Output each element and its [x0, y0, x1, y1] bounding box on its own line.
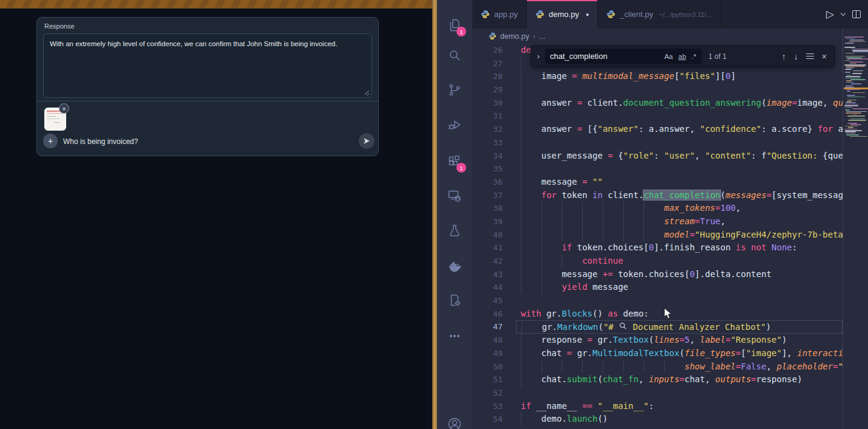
breadcrumb[interactable]: demo.py › ... [472, 29, 843, 44]
find-actions: ↑ ↓ × [782, 52, 834, 61]
minimap-line [844, 129, 857, 130]
minimap-line [846, 133, 855, 134]
minimap-line [845, 72, 850, 73]
line-number: 42 [472, 255, 516, 268]
run-dropdown-chevron-icon[interactable] [840, 12, 846, 16]
run-button[interactable]: ▷ [826, 9, 834, 19]
code-line: chat.submit(chat_fn, inputs=chat, output… [516, 373, 843, 386]
section-divider [37, 101, 378, 101]
account-icon[interactable] [447, 417, 462, 429]
response-text: With an extremely high level of confiden… [50, 40, 337, 47]
indent-guide [521, 136, 521, 149]
find-input[interactable] [545, 52, 664, 61]
search-icon[interactable] [447, 48, 462, 63]
tab-app-py[interactable]: app.py [472, 0, 527, 29]
minimap-line [847, 101, 852, 102]
line-number: 47 [472, 320, 516, 334]
remove-file-button[interactable]: × [59, 103, 69, 114]
find-in-selection-button[interactable] [806, 52, 814, 61]
minimap-line [850, 39, 864, 41]
activity-bar: 1 1 [437, 0, 472, 429]
testing-icon[interactable] [447, 224, 462, 238]
python-icon [606, 10, 615, 19]
api-tools-icon[interactable] [447, 293, 462, 307]
chat-message-text[interactable]: Who is being invoiced? [63, 137, 138, 146]
minimap-line [853, 70, 863, 72]
find-next-button[interactable]: ↓ [794, 52, 798, 61]
find-previous-button[interactable]: ↑ [782, 52, 786, 61]
indent-guide [521, 109, 521, 123]
magnifier-emoji-icon [619, 323, 628, 330]
line-number: 31 [472, 109, 516, 123]
tab-label: app.py [494, 10, 518, 19]
docker-icon[interactable] [447, 259, 462, 273]
source-control-icon[interactable] [447, 83, 462, 97]
tab-hidden-sliver[interactable] [721, 0, 738, 29]
find-expand-chevron-icon[interactable]: › [532, 52, 545, 61]
screenshot-root: { "left_app": { "response_label": "Respo… [0, 0, 868, 429]
tab-label: _client.py [620, 10, 653, 19]
code-line [516, 162, 843, 176]
more-icon[interactable] [447, 329, 462, 343]
split-editor-button[interactable] [852, 10, 861, 18]
minimap-line [845, 130, 862, 131]
regex-toggle[interactable]: .* [691, 53, 696, 60]
match-case-toggle[interactable]: Aa [664, 53, 673, 60]
resize-handle[interactable] [364, 90, 370, 95]
run-debug-icon[interactable] [447, 118, 462, 132]
vscode-window: 1 1 [437, 0, 868, 429]
code-lines[interactable]: def chat_fn(multimodal_message): image =… [516, 44, 843, 429]
explorer-badge: 1 [456, 27, 466, 36]
minimap-line [846, 38, 854, 39]
minimap-line [852, 50, 868, 51]
python-icon [535, 10, 544, 19]
remote-explorer-icon[interactable] [447, 188, 462, 203]
find-close-button[interactable]: × [822, 52, 827, 61]
send-icon [362, 137, 371, 145]
response-textarea[interactable]: With an extremely high level of confiden… [43, 33, 372, 98]
minimap-line [852, 92, 865, 94]
minimap-content [844, 35, 868, 424]
minimap-line [853, 114, 857, 115]
explorer-icon[interactable]: 1 [447, 18, 462, 33]
code-line: demo.launch() [516, 413, 843, 426]
find-results-count: 1 of 1 [708, 52, 727, 61]
minimap[interactable] [843, 29, 868, 429]
plus-icon: + [48, 136, 53, 146]
line-number: 49 [472, 347, 516, 360]
editor-actions: ▷ [826, 0, 868, 29]
code-line [516, 294, 843, 307]
minimap-line [849, 41, 866, 43]
whole-word-toggle[interactable]: ab [679, 53, 687, 60]
line-number: 54 [472, 413, 516, 426]
breadcrumb-file[interactable]: demo.py [500, 32, 529, 41]
tab-client-py[interactable]: _client.py ~/.../python3.11/... [598, 0, 721, 29]
line-number: 26 [472, 44, 516, 57]
code-line: continue [516, 255, 843, 268]
minimap-line [852, 108, 868, 109]
line-number: 33 [472, 136, 516, 149]
line-number: 29 [472, 83, 516, 97]
minimap-line [846, 66, 865, 67]
minimap-line [846, 89, 860, 91]
minimap-line [845, 43, 854, 44]
send-button[interactable] [359, 133, 375, 149]
code-line [516, 83, 843, 97]
browser-titlebar-strip [0, 0, 432, 9]
gradio-card: Response With an extremely high level of… [36, 17, 379, 156]
breadcrumb-more[interactable]: ... [539, 32, 545, 41]
code-line: stream=True, [516, 215, 843, 228]
line-number: 28 [472, 70, 516, 83]
add-file-button[interactable]: + [43, 134, 58, 148]
line-number: 43 [472, 268, 516, 281]
minimap-line [846, 57, 862, 58]
tab-demo-py[interactable]: demo.py ● [527, 0, 598, 29]
indent-guide [521, 83, 521, 97]
minimap-line [845, 78, 861, 79]
modified-dot-icon[interactable]: ● [586, 12, 589, 18]
extensions-icon[interactable]: 1 [447, 154, 462, 169]
line-number: 30 [472, 97, 516, 110]
minimap-line [845, 86, 853, 88]
minimap-line [849, 61, 863, 63]
minimap-line [845, 131, 856, 132]
